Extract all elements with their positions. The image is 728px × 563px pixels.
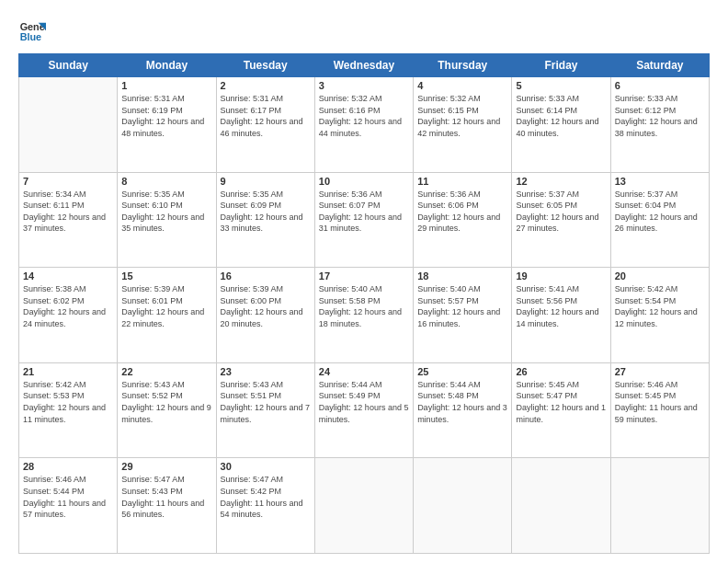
calendar-cell: 22Sunrise: 5:43 AMSunset: 5:52 PMDayligh… — [118, 362, 216, 458]
day-info: Sunrise: 5:35 AMSunset: 6:10 PMDaylight:… — [121, 189, 211, 235]
day-number: 9 — [221, 176, 311, 187]
calendar-cell: 24Sunrise: 5:44 AMSunset: 5:49 PMDayligh… — [314, 362, 413, 458]
calendar-table: SundayMondayTuesdayWednesdayThursdayFrid… — [18, 53, 710, 554]
day-info: Sunrise: 5:33 AMSunset: 6:12 PMDaylight:… — [615, 93, 705, 139]
logo: General Blue — [18, 17, 46, 44]
day-number: 7 — [23, 176, 113, 187]
calendar-cell — [610, 458, 709, 554]
day-number: 12 — [516, 176, 606, 187]
day-number: 14 — [23, 270, 113, 282]
calendar-cell: 6Sunrise: 5:33 AMSunset: 6:12 PMDaylight… — [610, 77, 709, 173]
weekday-header-friday: Friday — [512, 54, 610, 77]
calendar-cell: 9Sunrise: 5:35 AMSunset: 6:09 PMDaylight… — [216, 172, 314, 268]
calendar-cell: 20Sunrise: 5:42 AMSunset: 5:54 PMDayligh… — [610, 268, 709, 363]
day-info: Sunrise: 5:42 AMSunset: 5:53 PMDaylight:… — [23, 379, 113, 425]
day-number: 11 — [417, 176, 507, 187]
day-number: 5 — [516, 80, 606, 91]
calendar-cell: 18Sunrise: 5:40 AMSunset: 5:57 PMDayligh… — [414, 268, 512, 363]
calendar-cell: 19Sunrise: 5:41 AMSunset: 5:56 PMDayligh… — [512, 268, 610, 363]
week-row-4: 21Sunrise: 5:42 AMSunset: 5:53 PMDayligh… — [19, 362, 710, 458]
day-info: Sunrise: 5:45 AMSunset: 5:47 PMDaylight:… — [516, 379, 606, 425]
calendar-cell: 8Sunrise: 5:35 AMSunset: 6:10 PMDaylight… — [118, 172, 216, 268]
day-number: 26 — [516, 366, 606, 377]
logo-icon: General Blue — [18, 17, 46, 44]
calendar-cell: 4Sunrise: 5:32 AMSunset: 6:15 PMDaylight… — [414, 77, 512, 173]
calendar-cell: 7Sunrise: 5:34 AMSunset: 6:11 PMDaylight… — [19, 172, 118, 268]
day-info: Sunrise: 5:33 AMSunset: 6:14 PMDaylight:… — [516, 93, 606, 139]
calendar-cell: 13Sunrise: 5:37 AMSunset: 6:04 PMDayligh… — [610, 172, 709, 268]
day-info: Sunrise: 5:44 AMSunset: 5:49 PMDaylight:… — [319, 379, 409, 425]
day-number: 19 — [516, 270, 606, 282]
calendar-cell: 28Sunrise: 5:46 AMSunset: 5:44 PMDayligh… — [19, 458, 118, 554]
calendar-cell: 29Sunrise: 5:47 AMSunset: 5:43 PMDayligh… — [118, 458, 216, 554]
day-info: Sunrise: 5:34 AMSunset: 6:11 PMDaylight:… — [23, 189, 113, 235]
day-number: 30 — [221, 461, 311, 472]
day-info: Sunrise: 5:32 AMSunset: 6:16 PMDaylight:… — [319, 93, 409, 139]
day-info: Sunrise: 5:40 AMSunset: 5:58 PMDaylight:… — [319, 283, 409, 329]
day-info: Sunrise: 5:35 AMSunset: 6:09 PMDaylight:… — [221, 189, 311, 235]
day-number: 8 — [121, 176, 211, 187]
calendar-cell: 15Sunrise: 5:39 AMSunset: 6:01 PMDayligh… — [118, 268, 216, 363]
day-number: 17 — [319, 270, 409, 282]
day-number: 15 — [121, 270, 211, 282]
day-info: Sunrise: 5:39 AMSunset: 6:00 PMDaylight:… — [221, 283, 311, 329]
week-row-5: 28Sunrise: 5:46 AMSunset: 5:44 PMDayligh… — [19, 458, 710, 554]
day-info: Sunrise: 5:31 AMSunset: 6:17 PMDaylight:… — [221, 93, 311, 139]
calendar-cell: 12Sunrise: 5:37 AMSunset: 6:05 PMDayligh… — [512, 172, 610, 268]
week-row-1: 1Sunrise: 5:31 AMSunset: 6:19 PMDaylight… — [19, 77, 710, 173]
calendar-cell: 23Sunrise: 5:43 AMSunset: 5:51 PMDayligh… — [216, 362, 314, 458]
day-number: 4 — [417, 80, 507, 91]
day-info: Sunrise: 5:41 AMSunset: 5:56 PMDaylight:… — [516, 283, 606, 329]
day-number: 20 — [615, 270, 705, 282]
day-info: Sunrise: 5:38 AMSunset: 6:02 PMDaylight:… — [23, 283, 113, 329]
calendar-cell: 5Sunrise: 5:33 AMSunset: 6:14 PMDaylight… — [512, 77, 610, 173]
day-number: 3 — [319, 80, 409, 91]
day-info: Sunrise: 5:44 AMSunset: 5:48 PMDaylight:… — [417, 379, 507, 425]
weekday-header-thursday: Thursday — [414, 54, 512, 77]
page: General Blue SundayMondayTuesdayWednesda… — [0, 0, 728, 563]
calendar-cell — [414, 458, 512, 554]
weekday-header-tuesday: Tuesday — [216, 54, 314, 77]
day-number: 10 — [319, 176, 409, 187]
svg-text:Blue: Blue — [20, 31, 41, 42]
calendar-cell: 25Sunrise: 5:44 AMSunset: 5:48 PMDayligh… — [414, 362, 512, 458]
day-number: 21 — [23, 366, 113, 377]
calendar-cell: 17Sunrise: 5:40 AMSunset: 5:58 PMDayligh… — [314, 268, 413, 363]
calendar-cell: 10Sunrise: 5:36 AMSunset: 6:07 PMDayligh… — [314, 172, 413, 268]
day-info: Sunrise: 5:36 AMSunset: 6:06 PMDaylight:… — [417, 189, 507, 235]
weekday-header-row: SundayMondayTuesdayWednesdayThursdayFrid… — [19, 54, 710, 77]
calendar-cell: 26Sunrise: 5:45 AMSunset: 5:47 PMDayligh… — [512, 362, 610, 458]
day-info: Sunrise: 5:36 AMSunset: 6:07 PMDaylight:… — [319, 189, 409, 235]
calendar-cell: 30Sunrise: 5:47 AMSunset: 5:42 PMDayligh… — [216, 458, 314, 554]
day-info: Sunrise: 5:43 AMSunset: 5:52 PMDaylight:… — [121, 379, 211, 425]
day-info: Sunrise: 5:37 AMSunset: 6:04 PMDaylight:… — [615, 189, 705, 235]
calendar-cell: 2Sunrise: 5:31 AMSunset: 6:17 PMDaylight… — [216, 77, 314, 173]
day-number: 18 — [417, 270, 507, 282]
header: General Blue — [18, 17, 710, 44]
day-number: 24 — [319, 366, 409, 377]
calendar-cell — [512, 458, 610, 554]
day-info: Sunrise: 5:46 AMSunset: 5:44 PMDaylight:… — [23, 474, 113, 520]
day-info: Sunrise: 5:43 AMSunset: 5:51 PMDaylight:… — [221, 379, 311, 425]
calendar-cell — [19, 77, 118, 173]
day-number: 2 — [221, 80, 311, 91]
calendar-cell: 11Sunrise: 5:36 AMSunset: 6:06 PMDayligh… — [414, 172, 512, 268]
calendar-cell: 27Sunrise: 5:46 AMSunset: 5:45 PMDayligh… — [610, 362, 709, 458]
day-number: 22 — [121, 366, 211, 377]
day-number: 29 — [121, 461, 211, 472]
calendar-cell: 16Sunrise: 5:39 AMSunset: 6:00 PMDayligh… — [216, 268, 314, 363]
day-info: Sunrise: 5:31 AMSunset: 6:19 PMDaylight:… — [121, 93, 211, 139]
weekday-header-sunday: Sunday — [19, 54, 118, 77]
day-number: 13 — [615, 176, 705, 187]
week-row-3: 14Sunrise: 5:38 AMSunset: 6:02 PMDayligh… — [19, 268, 710, 363]
day-info: Sunrise: 5:32 AMSunset: 6:15 PMDaylight:… — [417, 93, 507, 139]
day-number: 25 — [417, 366, 507, 377]
day-info: Sunrise: 5:42 AMSunset: 5:54 PMDaylight:… — [615, 283, 705, 329]
day-info: Sunrise: 5:37 AMSunset: 6:05 PMDaylight:… — [516, 189, 606, 235]
day-number: 28 — [23, 461, 113, 472]
day-number: 6 — [615, 80, 705, 91]
day-info: Sunrise: 5:47 AMSunset: 5:42 PMDaylight:… — [221, 474, 311, 520]
day-info: Sunrise: 5:39 AMSunset: 6:01 PMDaylight:… — [121, 283, 211, 329]
calendar-cell — [314, 458, 413, 554]
day-number: 23 — [221, 366, 311, 377]
